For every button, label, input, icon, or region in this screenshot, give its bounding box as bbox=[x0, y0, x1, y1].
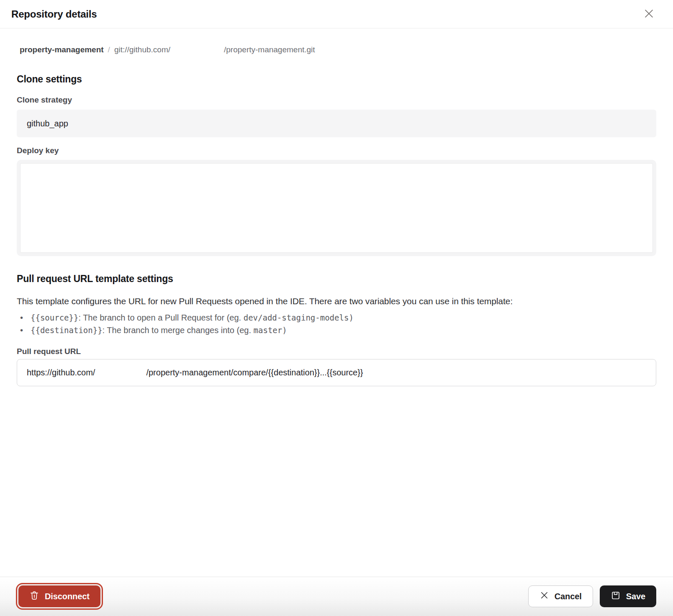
clone-strategy-label: Clone strategy bbox=[17, 95, 656, 105]
modal-title: Repository details bbox=[11, 8, 97, 20]
breadcrumb-separator: / bbox=[108, 45, 110, 55]
clone-strategy-value: github_app bbox=[27, 119, 68, 128]
pr-template-variable-list: {{source}}: The branch to open a Pull Re… bbox=[17, 311, 656, 336]
breadcrumb-redacted-org bbox=[170, 52, 224, 52]
variable-source-example: dev/add-staging-models bbox=[244, 313, 349, 322]
cancel-button[interactable]: Cancel bbox=[528, 585, 593, 607]
variable-destination-description: : The branch to merge changes into (eg. bbox=[103, 326, 254, 335]
save-button[interactable]: Save bbox=[600, 585, 656, 607]
cancel-x-icon bbox=[539, 590, 549, 602]
pull-request-url-label: Pull request URL bbox=[17, 346, 656, 357]
breadcrumb-repo-name: property-management bbox=[20, 45, 104, 55]
modal-content: property-management / git://github.com/ … bbox=[0, 28, 673, 577]
variable-source-suffix: ) bbox=[349, 313, 353, 322]
variable-source-description: : The branch to open a Pull Request for … bbox=[78, 313, 243, 322]
pr-template-heading: Pull request URL template settings bbox=[17, 273, 656, 285]
close-icon bbox=[643, 8, 655, 21]
close-button[interactable] bbox=[641, 7, 656, 22]
deploy-key-textarea[interactable] bbox=[20, 163, 653, 253]
pull-request-url-suffix: /property-management/compare/{{destinati… bbox=[146, 368, 363, 377]
pr-template-description: This template configures the URL for new… bbox=[17, 295, 656, 307]
clone-settings-heading: Clone settings bbox=[17, 73, 656, 85]
modal-header: Repository details bbox=[0, 0, 673, 28]
save-floppy-icon bbox=[611, 590, 621, 603]
footer-actions: Cancel Save bbox=[528, 585, 656, 607]
pull-request-url-prefix: https://github.com/ bbox=[27, 368, 95, 377]
disconnect-button-label: Disconnect bbox=[45, 592, 90, 601]
trash-icon bbox=[29, 590, 39, 603]
save-button-label: Save bbox=[626, 592, 645, 601]
variable-source: {{source}} bbox=[31, 313, 78, 322]
pull-request-url-input[interactable]: https://github.com/ /property-management… bbox=[17, 359, 656, 386]
breadcrumb-url-suffix: /property-management.git bbox=[224, 45, 315, 55]
modal-footer: Disconnect Cancel S bbox=[0, 577, 673, 616]
variable-destination-example: master bbox=[254, 326, 283, 335]
clone-strategy-input: github_app bbox=[17, 110, 656, 137]
pull-request-url-redacted-org bbox=[95, 372, 146, 373]
deploy-key-field-frame bbox=[17, 160, 656, 256]
breadcrumb: property-management / git://github.com/ … bbox=[20, 45, 656, 55]
cancel-button-label: Cancel bbox=[555, 592, 582, 601]
variable-destination-suffix: ) bbox=[282, 326, 287, 335]
deploy-key-label: Deploy key bbox=[17, 146, 656, 156]
list-item: {{source}}: The branch to open a Pull Re… bbox=[17, 311, 656, 324]
disconnect-button[interactable]: Disconnect bbox=[18, 585, 100, 607]
list-item: {{destination}}: The branch to merge cha… bbox=[17, 324, 656, 336]
repository-details-modal: Repository details property-management /… bbox=[0, 0, 673, 616]
variable-destination: {{destination}} bbox=[31, 326, 103, 335]
breadcrumb-url-prefix: git://github.com/ bbox=[114, 45, 170, 55]
